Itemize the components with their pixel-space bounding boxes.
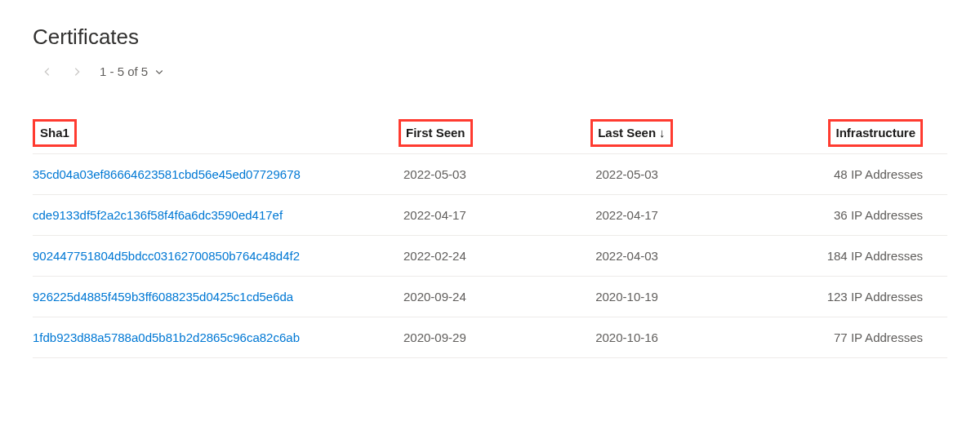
sha1-link[interactable]: cde9133df5f2a2c136f58f4f6a6dc3590ed417ef: [33, 208, 283, 222]
sha1-link[interactable]: 902447751804d5bdcc03162700850b764c48d4f2: [33, 249, 300, 263]
chevron-left-icon: [42, 66, 53, 78]
first-seen-cell: 2020-09-24: [399, 277, 590, 317]
first-seen-cell: 2022-02-24: [399, 236, 590, 277]
last-seen-cell: 2022-04-17: [590, 195, 782, 236]
last-seen-cell: 2022-05-03: [590, 154, 782, 195]
column-header-last-seen[interactable]: Last Seen↓: [590, 113, 782, 154]
column-header-sha1[interactable]: Sha1: [33, 113, 399, 154]
first-seen-cell: 2022-04-17: [399, 195, 590, 236]
infrastructure-cell: 184 IP Addresses: [782, 236, 947, 277]
chevron-right-icon: [71, 66, 82, 78]
sha1-link[interactable]: 1fdb923d88a5788a0d5b81b2d2865c96ca82c6ab: [33, 330, 300, 344]
column-header-first-seen[interactable]: First Seen: [399, 113, 590, 154]
page-count-dropdown[interactable]: 1 - 5 of 5: [100, 64, 164, 78]
chevron-down-icon: [154, 67, 164, 77]
last-seen-cell: 2020-10-16: [590, 317, 782, 358]
table-row: 902447751804d5bdcc03162700850b764c48d4f2…: [33, 236, 947, 277]
column-header-infrastructure[interactable]: Infrastructure: [782, 113, 947, 154]
infrastructure-cell: 48 IP Addresses: [782, 154, 947, 195]
table-row: 1fdb923d88a5788a0d5b81b2d2865c96ca82c6ab…: [33, 317, 947, 358]
column-label: Last Seen↓: [590, 119, 672, 147]
sort-descending-icon: ↓: [659, 122, 666, 144]
table-row: cde9133df5f2a2c136f58f4f6a6dc3590ed417ef…: [33, 195, 947, 236]
table-row: 35cd04a03ef86664623581cbd56e45ed07729678…: [33, 154, 947, 195]
infrastructure-cell: 77 IP Addresses: [782, 317, 947, 358]
last-seen-cell: 2022-04-03: [590, 236, 782, 277]
page-title: Certificates: [33, 24, 947, 50]
pagination-bar: 1 - 5 of 5: [41, 64, 947, 78]
prev-page-button[interactable]: [41, 65, 54, 78]
column-label: First Seen: [399, 119, 473, 147]
column-label: Infrastructure: [828, 119, 923, 147]
infrastructure-cell: 36 IP Addresses: [782, 195, 947, 236]
table-row: 926225d4885f459b3ff6088235d0425c1cd5e6da…: [33, 277, 947, 317]
sha1-link[interactable]: 926225d4885f459b3ff6088235d0425c1cd5e6da: [33, 290, 293, 304]
first-seen-cell: 2020-09-29: [399, 317, 590, 358]
certificates-table: Sha1 First Seen Last Seen↓ Infrastructur…: [33, 113, 947, 358]
page-count-label: 1 - 5 of 5: [100, 64, 148, 78]
column-label: Sha1: [33, 119, 77, 147]
last-seen-cell: 2020-10-19: [590, 277, 782, 317]
sha1-link[interactable]: 35cd04a03ef86664623581cbd56e45ed07729678: [33, 167, 301, 181]
next-page-button[interactable]: [70, 65, 83, 78]
first-seen-cell: 2022-05-03: [399, 154, 590, 195]
infrastructure-cell: 123 IP Addresses: [782, 277, 947, 317]
